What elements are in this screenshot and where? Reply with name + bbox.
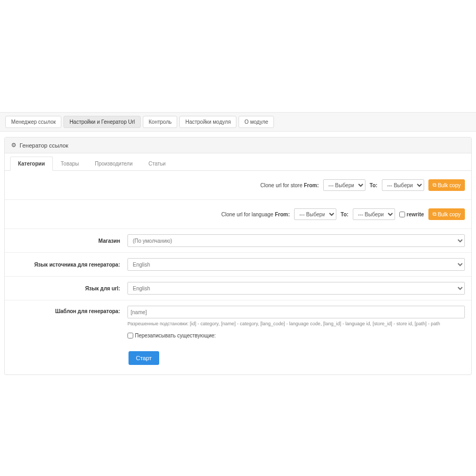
store-select[interactable]: (По умолчанию): [127, 234, 465, 247]
store-row: Магазин (По умолчанию): [5, 228, 471, 252]
copy-icon: [433, 182, 436, 188]
panel-header: ⚙ Генератор ссылок: [5, 138, 471, 153]
source-lang-label: Язык источника для генератора:: [11, 262, 127, 268]
subtab-articles[interactable]: Статьи: [141, 157, 173, 171]
template-row: Шаблон для генератора: Разрешенные подст…: [5, 300, 471, 345]
start-button[interactable]: Старт: [129, 351, 159, 365]
template-input[interactable]: [127, 306, 465, 318]
clone-store-row: Clone url for store From: --- Выберите -…: [5, 171, 471, 199]
tab-control[interactable]: Контроль: [143, 116, 177, 128]
url-lang-select[interactable]: English: [127, 282, 465, 295]
bulk-copy-lang-button[interactable]: Bulk copy: [428, 208, 465, 220]
url-lang-row: Язык для url: English: [5, 276, 471, 300]
generator-panel: ⚙ Генератор ссылок Категории Товары Прои…: [4, 137, 472, 375]
overwrite-checkbox-label[interactable]: Перезаписывать существующие:: [127, 333, 216, 338]
gear-icon: ⚙: [11, 142, 16, 149]
rewrite-checkbox[interactable]: [399, 212, 405, 217]
store-label: Магазин: [11, 238, 127, 244]
tab-about[interactable]: О модуле: [239, 116, 274, 128]
clone-store-from-select[interactable]: --- Выберите ---: [323, 179, 365, 191]
rewrite-checkbox-label[interactable]: rewrite: [399, 212, 424, 217]
tab-module-settings[interactable]: Настройки модуля: [179, 116, 236, 128]
clone-lang-from-select[interactable]: --- Выберите ---: [294, 208, 336, 220]
clone-lang-to-label: To:: [341, 212, 349, 217]
clone-store-to-select[interactable]: --- Выберите ---: [382, 179, 424, 191]
sub-tabs: Категории Товары Производители Статьи: [5, 153, 471, 171]
clone-lang-label: Clone url for language From:: [222, 212, 290, 217]
clone-store-label: Clone url for store From:: [260, 182, 319, 188]
subtab-categories[interactable]: Категории: [10, 157, 53, 171]
subtab-products[interactable]: Товары: [53, 157, 87, 171]
panel-title: Генератор ссылок: [20, 142, 68, 149]
clone-lang-row: Clone url for language From: --- Выберит…: [5, 199, 471, 228]
template-hint: Разрешенные подстановки: [id] - category…: [127, 321, 465, 327]
template-label: Шаблон для генератора:: [11, 306, 127, 314]
source-lang-select[interactable]: English: [127, 258, 465, 271]
bulk-copy-store-button[interactable]: Bulk copy: [428, 179, 465, 191]
clone-store-to-label: To:: [370, 182, 378, 188]
overwrite-checkbox[interactable]: [127, 333, 133, 338]
clone-lang-to-select[interactable]: --- Выберите ---: [353, 208, 395, 220]
source-lang-row: Язык источника для генератора: English: [5, 252, 471, 276]
tab-link-manager[interactable]: Менеджер ссылок: [5, 116, 61, 128]
url-lang-label: Язык для url:: [11, 286, 127, 291]
main-tabs: Менеджер ссылок Настройки и Генератор Ur…: [0, 116, 476, 131]
tab-url-generator[interactable]: Настройки и Генератор Url: [63, 116, 141, 128]
copy-icon: [433, 211, 436, 217]
subtab-manufacturers[interactable]: Производители: [87, 157, 141, 171]
